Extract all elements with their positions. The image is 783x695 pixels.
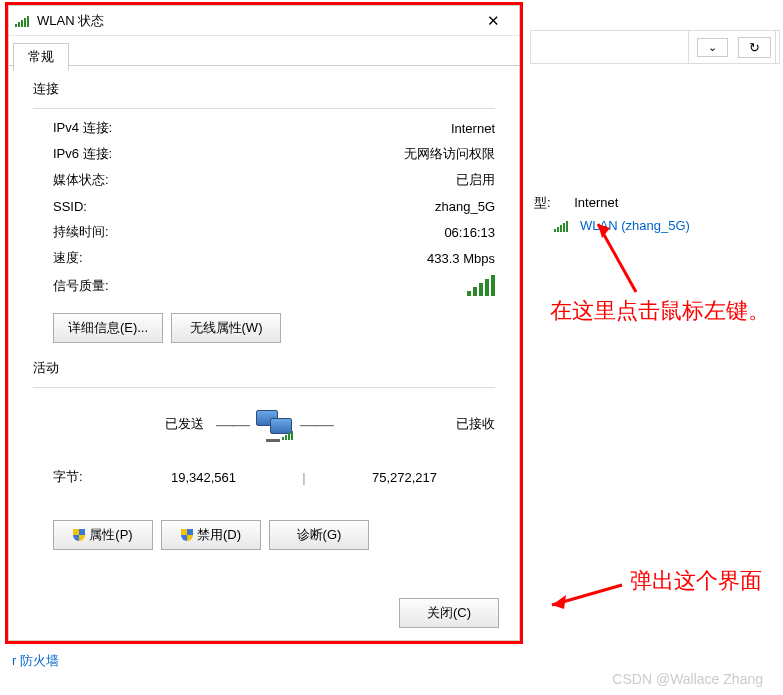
firewall-text[interactable]: r 防火墙 bbox=[12, 652, 59, 670]
type-value: Internet bbox=[574, 195, 618, 210]
search-input[interactable] bbox=[688, 30, 776, 64]
wifi-icon bbox=[554, 220, 570, 232]
svg-marker-3 bbox=[552, 595, 566, 609]
arrow-annotation bbox=[540, 575, 630, 615]
callout-click-here: 在这里点击鼠标左键。 bbox=[550, 296, 770, 327]
wlan-link[interactable]: WLAN (zhang_5G) bbox=[554, 218, 780, 233]
type-label: 型: bbox=[534, 194, 551, 212]
svg-line-2 bbox=[552, 585, 622, 605]
callout-popup: 弹出这个界面 bbox=[630, 566, 762, 597]
svg-line-0 bbox=[598, 224, 636, 292]
wlan-link-text: WLAN (zhang_5G) bbox=[580, 218, 690, 233]
highlight-box bbox=[5, 2, 523, 644]
watermark: CSDN @Wallace Zhang bbox=[612, 671, 763, 687]
